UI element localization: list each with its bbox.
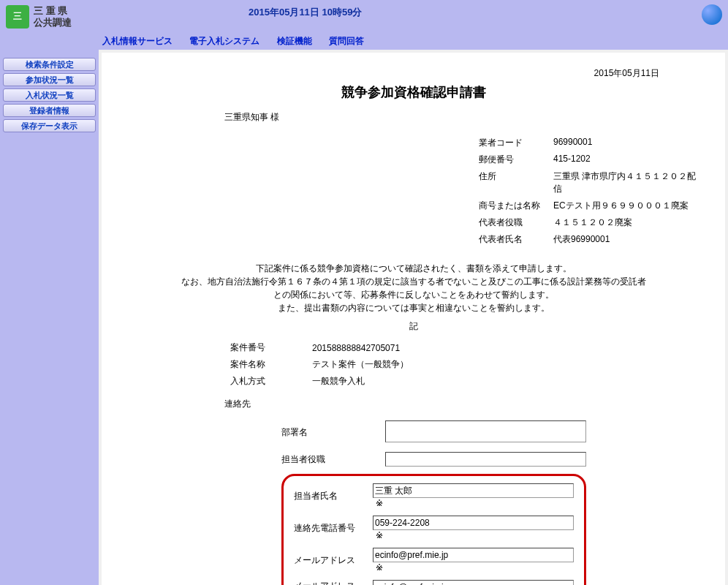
doc-date: 2015年05月11日 (594, 67, 659, 80)
sidebar-registrant[interactable]: 登録者情報 (3, 104, 96, 117)
case-table: 案件番号201588888842705071 案件名称テスト案件（一般競争） 入… (224, 339, 414, 390)
bid-method: 一般競争入札 (308, 374, 413, 389)
label-contact-mail2: メールアドレス(再入力) (289, 577, 367, 585)
rep-title: ４１５１２０２廃案 (549, 215, 703, 230)
nav-verify[interactable]: 検証機能 (277, 36, 312, 46)
postal: 415-1202 (549, 152, 703, 167)
decl-3: また、提出書類の内容については事実と相違ないことを誓約します。 (180, 301, 648, 314)
label-bid-method: 入札方式 (226, 374, 306, 389)
ki-marker: 記 (122, 320, 705, 333)
declaration: 下記案件に係る競争参加資格について確認されたく、書類を添えて申請します。 なお、… (180, 262, 648, 314)
dept-input[interactable] (385, 420, 586, 442)
label-contact-name: 担当者氏名 (289, 480, 367, 511)
sidebar-saveddata[interactable]: 保存データ表示 (3, 119, 96, 132)
header: 三 三 重 県 公共調達 2015年05月11日 10時59分 (0, 0, 728, 33)
globe-icon[interactable] (702, 4, 722, 25)
nav-qa[interactable]: 質問回答 (329, 36, 364, 46)
org-name-1: 三 重 県 (34, 5, 72, 17)
kome-2: ※ (373, 530, 383, 540)
contact-form: 部署名 担当者役職 担当者氏名 ※ 連絡先電話番号 ※ メールアド (276, 416, 592, 585)
sidebar-search[interactable]: 検索条件設定 (3, 58, 96, 71)
label-tradename: 商号または名称 (474, 198, 547, 214)
vendor-code: 96990001 (549, 135, 703, 151)
logo-icon: 三 (6, 5, 29, 29)
document: 2015年05月11日 競争参加資格確認申請書 三重県知事 様 業者コード969… (102, 53, 725, 585)
label-contact-tel: 連絡先電話番号 (289, 513, 367, 543)
addressee: 三重県知事 様 (224, 111, 705, 124)
doc-title: 競争参加資格確認申請書 (122, 83, 705, 101)
contact-mail-input[interactable] (373, 548, 574, 562)
address: 三重県 津市県庁内４１５１２０２配信 (549, 169, 703, 197)
label-rep-name: 代表者氏名 (474, 232, 547, 247)
org-name-2: 公共調達 (34, 17, 72, 29)
nav: 入札情報サービス 電子入札システム 検証機能 質問回答 (0, 33, 728, 50)
kome-1: ※ (373, 498, 383, 508)
contact-mail2-input[interactable] (373, 580, 574, 585)
nav-bidinfo[interactable]: 入札情報サービス (102, 36, 172, 46)
label-address: 住所 (474, 169, 547, 197)
contact-title-input[interactable] (385, 452, 586, 467)
label-rep-title: 代表者役職 (474, 215, 547, 230)
contact-label: 連絡先 (224, 398, 705, 410)
decl-1: 下記案件に係る競争参加資格について確認されたく、書類を添えて申請します。 (180, 262, 648, 275)
label-dept: 部署名 (277, 418, 379, 448)
decl-2: なお、地方自治法施行令第１６７条の４第１項の規定に該当する者でないこと及びこの工… (180, 275, 648, 301)
sidebar: 検索条件設定 参加状況一覧 入札状況一覧 登録者情報 保存データ表示 (0, 50, 99, 585)
tradename: ECテスト用９６９９０００１廃案 (549, 198, 703, 214)
case-no: 201588888842705071 (308, 340, 413, 355)
label-contact-mail: メールアドレス (289, 545, 367, 575)
sidebar-bidstatus[interactable]: 入札状況一覧 (3, 88, 96, 102)
applicant-table: 業者コード96990001 郵便番号415-1202 住所三重県 津市県庁内４１… (473, 134, 705, 249)
kome-3: ※ (373, 562, 383, 573)
logo: 三 三 重 県 公共調達 (0, 2, 77, 31)
label-contact-title: 担当者役職 (277, 449, 379, 469)
label-case-no: 案件番号 (226, 340, 306, 355)
nav-ebid[interactable]: 電子入札システム (189, 36, 259, 46)
rep-name: 代表96990001 (549, 232, 703, 247)
contact-tel-input[interactable] (373, 516, 574, 530)
label-vendor-code: 業者コード (474, 135, 547, 151)
case-name: テスト案件（一般競争） (308, 357, 413, 372)
contact-name-input[interactable] (373, 483, 574, 498)
label-postal: 郵便番号 (474, 152, 547, 167)
sidebar-participation[interactable]: 参加状況一覧 (3, 73, 96, 86)
label-case-name: 案件名称 (226, 357, 306, 372)
datetime: 2015年05月11日 10時59分 (249, 6, 362, 19)
highlight-box: 担当者氏名 ※ 連絡先電話番号 ※ メールアドレス ※ メールアドレス(再入力)… (281, 474, 586, 585)
